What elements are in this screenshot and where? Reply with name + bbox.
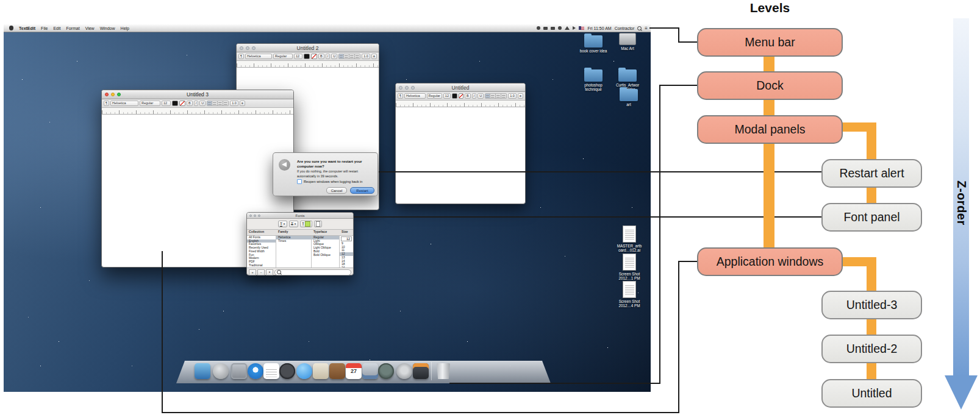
menu-edit[interactable]: Edit	[53, 26, 60, 30]
background-color-well[interactable]	[311, 54, 317, 59]
bold-button[interactable]: B	[465, 93, 471, 99]
size-field[interactable]: 12	[341, 236, 352, 241]
menu-app-name[interactable]: TextEdit	[19, 26, 35, 30]
font-family-menu[interactable]: Helvetica	[404, 93, 426, 99]
align-center-button[interactable]	[344, 54, 349, 59]
italic-button[interactable]: I	[472, 93, 477, 99]
styles-menu[interactable]: ¶	[104, 101, 109, 106]
align-left-button[interactable]	[338, 54, 344, 59]
text-color-well[interactable]	[172, 101, 178, 106]
underline-button[interactable]: U	[477, 93, 484, 99]
dock-icon-mission-control[interactable]	[231, 363, 247, 379]
desktop-icon-screenshot-2[interactable]: Screen Shot 2012…4 PM	[612, 281, 646, 308]
minimize-button[interactable]	[111, 93, 115, 96]
minimize-button[interactable]	[405, 86, 409, 90]
zoom-button[interactable]	[117, 93, 121, 96]
desktop-icon-master-artboard[interactable]: MASTER_artb oard…012.ai	[612, 225, 646, 252]
dock-icon-mail[interactable]	[313, 363, 329, 379]
desktop-icon-book-cover-idea[interactable]: book cover idea	[576, 35, 611, 53]
ruler[interactable]	[237, 61, 379, 68]
volume-icon[interactable]	[573, 26, 576, 30]
notification-center-icon[interactable]: ≡	[645, 26, 648, 31]
styles-menu[interactable]: ¶	[398, 93, 403, 99]
desktop-icon-curtis-artwork-folder[interactable]: Curtis_Artwor k_Folder	[610, 69, 645, 91]
font-search-field[interactable]	[274, 269, 351, 275]
desktop-icon-mac-art[interactable]: Mac Art	[610, 33, 645, 51]
reopen-windows-checkbox-row[interactable]: Reopen windows when logging back in	[297, 179, 362, 184]
apple-menu-icon[interactable]	[9, 26, 13, 30]
align-left-button[interactable]	[485, 93, 490, 99]
checkbox[interactable]	[297, 179, 302, 184]
window-controls[interactable]	[105, 93, 121, 96]
text-color-button[interactable]: T	[300, 221, 312, 227]
minimize-button[interactable]	[246, 46, 249, 50]
text-color-well[interactable]	[304, 54, 310, 59]
strikethrough-style-button[interactable]: T▼	[289, 221, 298, 227]
desktop-icon-screenshot-1[interactable]: Screen Shot 2012…1 PM	[612, 254, 646, 280]
size-list[interactable]: 12 9 10 11 12 13 14 18 24	[340, 236, 353, 268]
dock-icon-calculator[interactable]	[413, 363, 429, 379]
underline-style-button[interactable]: T▼	[278, 221, 287, 227]
dock-icon-trash[interactable]	[435, 363, 451, 379]
ruler[interactable]	[396, 101, 525, 107]
align-left-button[interactable]	[207, 101, 212, 106]
font-size-menu[interactable]: 12	[162, 101, 171, 106]
bluetooth-icon[interactable]	[543, 27, 548, 30]
list-style-menu[interactable]: ≡	[518, 93, 523, 99]
background-color-well[interactable]	[179, 101, 185, 106]
fonts-panel[interactable]: Fonts T▼ T▼ T Collection Family Typeface…	[246, 212, 354, 275]
family-list[interactable]: Helvetica Times	[276, 236, 312, 268]
search-icon[interactable]	[637, 26, 642, 30]
desktop-icon-art[interactable]: art	[611, 89, 646, 107]
align-justify-button[interactable]	[496, 93, 501, 99]
dock-icon-calendar[interactable]: 27	[346, 363, 362, 379]
displays-icon[interactable]	[551, 27, 555, 30]
restart-alert-dialog[interactable]: Are you sure you want to restart your co…	[273, 152, 378, 196]
close-button[interactable]	[399, 86, 402, 90]
typeface-list[interactable]: Regular Light Oblique Light Oblique Bold…	[312, 236, 340, 268]
add-collection-button[interactable]: +	[249, 269, 256, 275]
bold-button[interactable]: B	[318, 54, 324, 59]
clock-icon[interactable]	[558, 26, 562, 30]
us-flag-icon[interactable]	[579, 26, 584, 30]
window-controls[interactable]	[240, 46, 256, 50]
align-right-button[interactable]	[355, 54, 360, 59]
underline-button[interactable]: U	[331, 54, 337, 59]
typeface-menu[interactable]: Regular	[140, 101, 160, 106]
menu-format[interactable]: Format	[66, 26, 79, 30]
dock-icon-textedit[interactable]	[263, 363, 279, 379]
action-gear-menu[interactable]: ▼	[266, 269, 273, 275]
align-right-button[interactable]	[223, 101, 229, 106]
bold-button[interactable]: B	[187, 101, 193, 106]
font-family-menu[interactable]: Helvetica	[245, 54, 272, 59]
remove-collection-button[interactable]: −	[257, 269, 265, 275]
document-color-button[interactable]	[314, 221, 322, 227]
styles-menu[interactable]: ¶	[238, 54, 244, 59]
zoom-button[interactable]	[252, 46, 256, 50]
menu-help[interactable]: Help	[121, 26, 129, 30]
align-justify-button[interactable]	[349, 54, 355, 59]
dock-icon-contacts[interactable]	[329, 363, 345, 379]
dock-icon-time-machine[interactable]	[378, 363, 394, 379]
window-controls[interactable]	[399, 86, 415, 90]
align-justify-button[interactable]	[218, 101, 223, 106]
dock-icon-launchpad[interactable]	[213, 363, 229, 379]
align-center-button[interactable]	[212, 101, 218, 106]
dock-icon-dashboard[interactable]	[279, 363, 295, 379]
font-size-menu[interactable]: 12	[443, 93, 451, 99]
alignment-group[interactable]	[207, 101, 229, 106]
dock-icon-safari[interactable]	[248, 363, 263, 379]
desktop-icon-photoshop-technique[interactable]: photoshop technique	[576, 69, 611, 91]
font-size-menu[interactable]: 12	[294, 54, 302, 59]
list-style-menu[interactable]: ≡	[240, 101, 245, 106]
window-title-bar[interactable]: Untitled 3	[102, 90, 293, 99]
typeface-menu[interactable]: Regular	[273, 54, 293, 59]
line-spacing-menu[interactable]: 1.0	[362, 54, 370, 59]
menu-view[interactable]: View	[85, 26, 95, 30]
alignment-group[interactable]	[338, 54, 360, 59]
dock-icon-messages[interactable]	[296, 363, 312, 379]
fonts-panel-title-bar[interactable]: Fonts	[247, 213, 353, 219]
line-spacing-menu[interactable]: 1.0	[508, 93, 517, 99]
align-right-button[interactable]	[501, 93, 507, 99]
menu-file[interactable]: File	[41, 26, 48, 30]
